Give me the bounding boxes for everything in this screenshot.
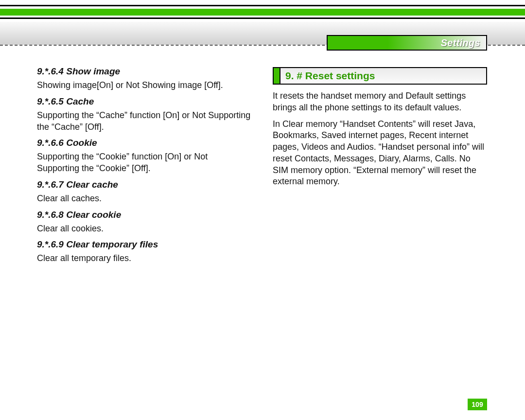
section-tab-label: Settings xyxy=(441,37,480,49)
manual-page: Settings 9.*.6.4 Show image Showing imag… xyxy=(0,0,525,420)
left-column: 9.*.6.4 Show image Showing image[On] or … xyxy=(37,66,251,401)
heading-cache: 9.*.6.5 Cache xyxy=(37,96,251,107)
reset-settings-para-1: It resets the handset memory and Default… xyxy=(273,90,487,114)
top-green-bar xyxy=(0,9,525,16)
body-cache: Supporting the “Cache” function [On] or … xyxy=(37,110,251,133)
page-number-badge: 109 xyxy=(468,399,487,410)
section-title-text: 9. # Reset settings xyxy=(280,68,486,84)
top-rule-1 xyxy=(0,5,525,6)
page-number-text: 109 xyxy=(472,401,483,408)
section-title-accent xyxy=(274,68,280,84)
heading-clear-temp: 9.*.6.9 Clear temporary files xyxy=(37,239,251,250)
heading-show-image: 9.*.6.4 Show image xyxy=(37,66,251,77)
right-column: 9. # Reset settings It resets the handse… xyxy=(273,66,487,401)
heading-clear-cookie: 9.*.6.8 Clear cookie xyxy=(37,210,251,220)
top-rule-2 xyxy=(0,18,525,19)
heading-clear-cache: 9.*.6.7 Clear cache xyxy=(37,179,251,190)
body-clear-temp: Clear all temporary files. xyxy=(37,253,251,264)
body-cookie: Supporting the “Cookie” function [On] or… xyxy=(37,151,251,175)
section-tab-settings: Settings xyxy=(327,35,487,51)
reset-settings-para-2: In Clear memory “Handset Contents” will … xyxy=(273,119,487,188)
heading-cookie: 9.*.6.6 Cookie xyxy=(37,138,251,148)
body-clear-cookie: Clear all cookies. xyxy=(37,223,251,235)
body-show-image: Showing image[On] or Not Showing image [… xyxy=(37,80,251,91)
section-title-reset-settings: 9. # Reset settings xyxy=(273,67,487,85)
content-area: 9.*.6.4 Show image Showing image[On] or … xyxy=(37,66,487,401)
body-clear-cache: Clear all caches. xyxy=(37,193,251,205)
